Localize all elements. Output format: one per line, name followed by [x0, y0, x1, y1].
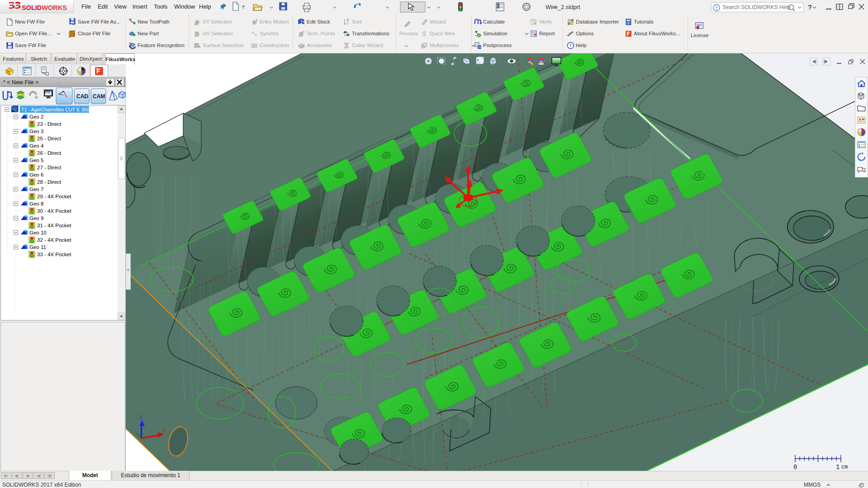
svg-text:Geo 8: Geo 8 [29, 201, 43, 206]
svg-text:i: i [628, 21, 629, 25]
svg-text:M: M [302, 30, 304, 33]
svg-text:0: 0 [793, 464, 797, 471]
svg-text:23 - Direct: 23 - Direct [37, 121, 62, 127]
svg-text:SOLIDWORKS: SOLIDWORKS [22, 4, 67, 11]
svg-text:30 - 4X Pocket: 30 - 4X Pocket [37, 208, 71, 214]
svg-text:CAD: CAD [76, 93, 88, 100]
svg-text:Geo 9: Geo 9 [29, 215, 43, 221]
svg-text:X: X [163, 428, 166, 433]
svg-text:31 - 4X Pocket: 31 - 4X Pocket [37, 223, 71, 228]
svg-text:Geo 2: Geo 2 [29, 114, 43, 120]
svg-text:UV: UV [194, 31, 198, 33]
svg-text:?: ? [569, 43, 572, 48]
svg-text:Geo 7: Geo 7 [29, 187, 43, 192]
svg-text:29 - 4X Pocket: 29 - 4X Pocket [37, 194, 71, 199]
svg-text:Geo 5: Geo 5 [29, 158, 43, 163]
svg-text:CAM: CAM [93, 93, 105, 100]
svg-text:?: ? [715, 5, 717, 10]
svg-text:Geo 3: Geo 3 [29, 129, 43, 134]
svg-text:25 - Direct: 25 - Direct [37, 136, 62, 141]
svg-text:32 - 4X Pocket: 32 - 4X Pocket [37, 237, 71, 243]
svg-text:28 - Direct: 28 - Direct [37, 179, 62, 185]
svg-text:Geo 11: Geo 11 [29, 244, 46, 250]
svg-text:Geo 6: Geo 6 [29, 172, 43, 177]
svg-text:T1 - AgieCharmilles CUT E 350: T1 - AgieCharmilles CUT E 350 [21, 107, 89, 112]
svg-text:33 - 4X Pocket: 33 - 4X Pocket [37, 252, 71, 257]
svg-text:cm: cm [841, 464, 848, 470]
svg-text:1: 1 [836, 464, 840, 471]
svg-text:Geo 4: Geo 4 [29, 143, 44, 148]
svg-text:Z: Z [140, 415, 142, 420]
svg-text:Geo 10: Geo 10 [29, 230, 47, 235]
svg-text:27 - Direct: 27 - Direct [37, 165, 62, 170]
svg-text:?: ? [808, 3, 812, 11]
svg-text:26 - Direct: 26 - Direct [37, 150, 62, 156]
svg-text:X2: X2 [478, 46, 482, 48]
svg-text:XY: XY [194, 23, 198, 26]
